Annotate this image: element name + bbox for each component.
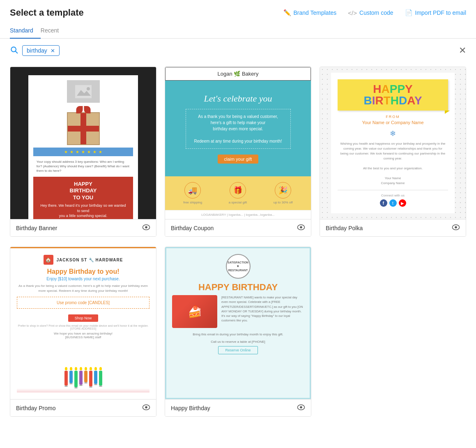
search-tag[interactable]: birthday ✕: [22, 45, 60, 56]
search-icon: [10, 46, 18, 56]
code-icon: </>: [348, 9, 357, 16]
custom-code-link[interactable]: </> Custom code: [348, 9, 393, 16]
template-name-birthday-banner: Birthday Banner: [16, 225, 57, 231]
promo-hope-text: We hope you have an amazing birthday![BU…: [17, 332, 149, 339]
polka-card-content: HAPPY BIRTHDAY FROM Your Name or Company…: [331, 73, 455, 213]
template-card-birthday-banner[interactable]: ★★★★★★★ Your copy should address 3 key q…: [10, 67, 156, 237]
promo-prefer-text: Prefer to shop in store? Print or show t…: [17, 324, 149, 330]
hb-content-row: 🍰 [RESTAURANT NAME] wants to make your s…: [172, 295, 304, 328]
youtube-icon[interactable]: ▶: [399, 199, 406, 207]
template-card-birthday-polka[interactable]: HAPPY BIRTHDAY FROM Your Name or Company…: [320, 67, 466, 237]
promo-dashed-box: Use promo code [CANDLES]: [17, 297, 149, 309]
coupon-footer: LOGANBAKERY | loganba... | loganba...log…: [165, 210, 311, 219]
hb-reserve-button[interactable]: Reserve Online: [218, 346, 258, 354]
hb-food-image: 🍰: [172, 295, 217, 328]
hb-bring-text: Bring this email in during your birthday…: [193, 332, 283, 337]
preview-icon-happy-birthday[interactable]: [297, 404, 305, 412]
header-actions: ✏️ Brand Templates </> Custom code 📄 Imp…: [283, 9, 466, 16]
header: Select a template ✏️ Brand Templates </>…: [0, 0, 476, 23]
pencil-icon: ✏️: [283, 9, 291, 16]
twitter-icon[interactable]: t: [389, 199, 397, 207]
svg-point-13: [300, 406, 302, 408]
polka-company-name: Your Name or Company Name: [338, 120, 448, 125]
preview-icon-birthday-coupon[interactable]: [297, 224, 305, 232]
svg-point-3: [87, 87, 90, 90]
promo-candles: [17, 367, 149, 388]
brand-templates-link[interactable]: ✏️ Brand Templates: [283, 9, 337, 16]
promo-header: 🏠 JACKSON ST 🔧 HARDWARE: [17, 255, 149, 265]
facebook-icon[interactable]: f: [380, 199, 387, 207]
preview-icon-birthday-polka[interactable]: [452, 224, 460, 232]
promo-body-text: As a thank you for being a valued custom…: [17, 284, 149, 293]
hb-logo-badge: SATISFACTION⚜RESTAURANT: [226, 254, 251, 279]
polka-connect-label: Connect with us: [338, 194, 448, 197]
template-grid-row1: ★★★★★★★ Your copy should address 3 key q…: [0, 62, 476, 247]
search-bar: birthday ✕ ✕: [0, 39, 476, 62]
template-preview-birthday-promo: 🏠 JACKSON ST 🔧 HARDWARE Happy Birthday t…: [10, 247, 156, 399]
promo-logo-text: JACKSON ST 🔧 HARDWARE: [57, 258, 123, 262]
template-footer-birthday-polka: Birthday Polka: [320, 219, 466, 236]
hb-restaurant-text: [RESTAURANT NAME] wants to make your spe…: [221, 295, 304, 328]
tab-standard[interactable]: Standard: [10, 23, 41, 39]
candle-3: [74, 367, 78, 388]
template-name-happy-birthday: Happy Birthday: [171, 405, 210, 411]
promo-subtitle: Enjoy [$10] towards your next purchase.: [17, 277, 149, 281]
search-clear-icon[interactable]: ✕: [459, 45, 466, 56]
svg-rect-2: [75, 85, 92, 98]
custom-code-label: Custom code: [359, 9, 393, 16]
template-footer-birthday-coupon: Birthday Coupon: [165, 219, 311, 236]
pdf-icon: 📄: [405, 9, 413, 16]
candle-5: [84, 367, 87, 388]
coupon-teal-section: Let's celebrate you As a thank you for b…: [165, 81, 311, 176]
candle-2: [69, 367, 73, 388]
svg-point-5: [145, 226, 147, 228]
template-preview-birthday-polka: HAPPY BIRTHDAY FROM Your Name or Company…: [320, 67, 466, 219]
template-name-birthday-coupon: Birthday Coupon: [171, 225, 214, 231]
svg-point-9: [455, 226, 457, 228]
template-name-birthday-polka: Birthday Polka: [326, 225, 363, 231]
candle-4: [79, 367, 83, 388]
candle-6: [89, 367, 92, 388]
preview-icon-birthday-promo[interactable]: [142, 404, 150, 412]
template-card-birthday-coupon[interactable]: Logan 🌿 Bakery Let's celebrate you As a …: [165, 67, 311, 237]
template-grid-row2: 🏠 JACKSON ST 🔧 HARDWARE Happy Birthday t…: [0, 247, 476, 427]
template-footer-birthday-banner: Birthday Banner: [10, 219, 156, 236]
page-container: Select a template ✏️ Brand Templates </>…: [0, 0, 476, 427]
template-footer-happy-birthday: Happy Birthday: [165, 399, 311, 416]
candle-7: [94, 367, 97, 388]
preview-icon-birthday-banner[interactable]: [142, 224, 150, 232]
hb-call-text: Call us to reserve a table at [PHONE]: [211, 340, 265, 344]
coupon-header: Logan 🌿 Bakery: [165, 67, 311, 81]
promo-shop-button[interactable]: Shop Now: [68, 314, 99, 322]
import-pdf-label: Import PDF to email: [415, 9, 466, 16]
polka-social-icons: f t ▶: [338, 199, 448, 207]
polka-snowflake-icon: ❄: [338, 129, 448, 138]
search-tag-close-icon[interactable]: ✕: [51, 48, 55, 53]
svg-line-1: [16, 51, 18, 53]
candle-1: [64, 367, 68, 388]
template-preview-birthday-banner: ★★★★★★★ Your copy should address 3 key q…: [10, 67, 156, 219]
polka-from-label: FROM: [338, 115, 448, 119]
page-title: Select a template: [10, 7, 84, 18]
tabs-bar: Standard Recent: [0, 23, 476, 39]
brand-templates-label: Brand Templates: [294, 9, 337, 16]
svg-point-7: [300, 226, 302, 228]
coupon-yellow-section: 🚚 free shipping 🎁 a special gift 🎉 up to…: [165, 176, 311, 210]
template-card-birthday-promo[interactable]: 🏠 JACKSON ST 🔧 HARDWARE Happy Birthday t…: [10, 247, 156, 417]
template-name-birthday-promo: Birthday Promo: [16, 405, 55, 411]
template-preview-birthday-coupon: Logan 🌿 Bakery Let's celebrate you As a …: [165, 67, 311, 219]
import-pdf-link[interactable]: 📄 Import PDF to email: [405, 9, 466, 16]
search-tag-text: birthday: [27, 47, 47, 54]
svg-point-11: [145, 406, 147, 408]
placeholder-image: [67, 80, 100, 103]
tab-recent[interactable]: Recent: [41, 23, 66, 39]
template-card-happy-birthday[interactable]: SATISFACTION⚜RESTAURANT HAPPY BIRTHDAY 🍰…: [165, 247, 311, 417]
promo-hb-title: Happy Birthday to you!: [17, 268, 149, 275]
template-preview-happy-birthday: SATISFACTION⚜RESTAURANT HAPPY BIRTHDAY 🍰…: [165, 247, 311, 399]
candle-8: [99, 367, 102, 388]
polka-body-text: Wishing you health and happiness on your…: [338, 141, 448, 186]
claim-gift-button[interactable]: claim your gift: [218, 155, 259, 164]
hb-title: HAPPY BIRTHDAY: [198, 282, 278, 293]
template-footer-birthday-promo: Birthday Promo: [10, 399, 156, 416]
promo-logo-icon: 🏠: [44, 255, 53, 265]
